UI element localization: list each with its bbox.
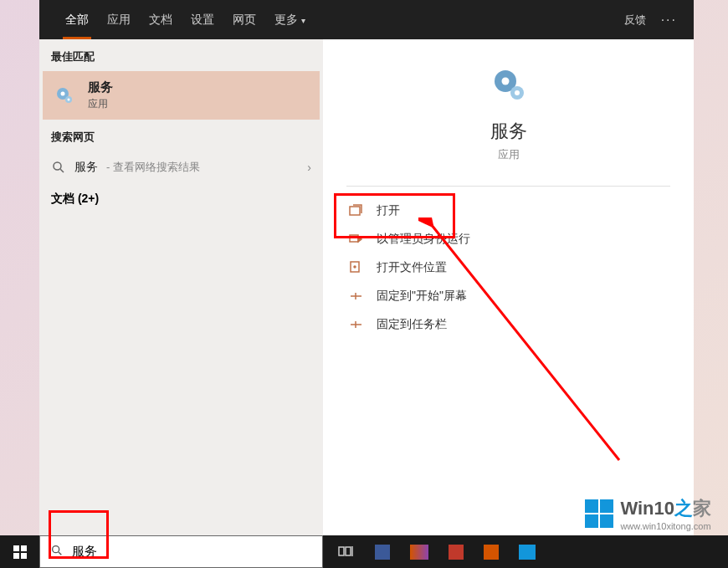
taskbar-icons [323, 535, 536, 568]
svg-line-5 [60, 169, 64, 172]
action-pin-taskbar-label: 固定到任务栏 [377, 317, 447, 332]
svg-rect-15 [21, 545, 27, 551]
tab-apps[interactable]: 应用 [98, 1, 140, 39]
details-pane: 服务 应用 打开 以管理员身份运行 打开文件位置 [323, 39, 694, 535]
results-list-pane: 最佳匹配 服务 应用 搜索网页 服务 - 查看网络搜索结果 › 文档 (2+) [39, 39, 323, 535]
svg-rect-17 [21, 553, 27, 559]
search-content: 最佳匹配 服务 应用 搜索网页 服务 - 查看网络搜索结果 › 文档 (2+) [39, 39, 694, 535]
taskbar-app-4[interactable] [484, 545, 499, 560]
watermark-url: www.win10xitong.com [620, 521, 711, 531]
details-title: 服务 [490, 119, 527, 144]
taskbar-search-input[interactable] [72, 545, 312, 559]
feedback-link[interactable]: 反馈 [624, 13, 646, 28]
taskbar-search-box[interactable] [39, 535, 323, 568]
pin-taskbar-icon [348, 317, 363, 332]
svg-line-19 [59, 552, 61, 555]
taskbar-app-3[interactable] [449, 545, 464, 560]
tab-settings[interactable]: 设置 [182, 1, 223, 39]
taskbar [0, 535, 728, 568]
chevron-down-icon: ▾ [301, 16, 305, 25]
more-options-icon[interactable]: ··· [661, 13, 677, 28]
action-open[interactable]: 打开 [341, 197, 675, 225]
tab-all[interactable]: 全部 [56, 1, 98, 39]
search-icon [51, 160, 66, 175]
action-pin-taskbar[interactable]: 固定到任务栏 [341, 310, 675, 339]
task-view-icon[interactable] [338, 544, 355, 560]
chevron-right-icon: › [307, 161, 311, 174]
services-gear-icon [53, 84, 76, 107]
best-match-title: 服务 [88, 79, 113, 95]
svg-rect-11 [350, 235, 358, 242]
tab-more[interactable]: 更多▾ [265, 1, 315, 39]
tab-documents[interactable]: 文档 [140, 1, 182, 39]
action-open-location[interactable]: 打开文件位置 [341, 253, 675, 282]
best-match-item[interactable]: 服务 应用 [43, 71, 320, 120]
watermark-brand: Win10之家 [620, 496, 711, 521]
best-match-header: 最佳匹配 [39, 39, 323, 71]
svg-point-9 [515, 90, 520, 95]
search-icon [50, 544, 64, 560]
svg-rect-20 [339, 547, 344, 555]
action-pin-start-label: 固定到"开始"屏幕 [377, 289, 467, 304]
search-web-header: 搜索网页 [39, 120, 323, 151]
folder-icon [348, 260, 363, 275]
best-match-subtitle: 应用 [88, 97, 113, 111]
watermark: Win10之家 www.win10xitong.com [585, 496, 711, 531]
svg-point-4 [54, 162, 61, 170]
search-results-window: 全部 应用 文档 设置 网页 更多▾ 反馈 ··· 最佳匹配 服务 应用 搜索网… [39, 0, 694, 535]
action-pin-start[interactable]: 固定到"开始"屏幕 [341, 282, 675, 310]
svg-rect-16 [13, 553, 19, 559]
details-subtitle: 应用 [498, 147, 520, 162]
shield-icon [348, 232, 363, 247]
web-search-item[interactable]: 服务 - 查看网络搜索结果 › [39, 151, 323, 183]
start-button[interactable] [0, 535, 39, 568]
svg-rect-21 [346, 547, 351, 555]
action-run-as-admin-label: 以管理员身份运行 [377, 232, 470, 247]
pin-icon [348, 289, 363, 304]
documents-group[interactable]: 文档 (2+) [39, 183, 323, 215]
actions-list: 打开 以管理员身份运行 打开文件位置 固定到"开始"屏幕 固定到任务栏 [323, 187, 694, 349]
svg-point-13 [354, 266, 356, 268]
taskbar-app-5[interactable] [519, 545, 536, 560]
windows-logo-icon [585, 499, 613, 528]
taskbar-app-2[interactable] [410, 545, 428, 560]
web-search-term: 服务 [74, 160, 98, 175]
tab-web[interactable]: 网页 [223, 1, 265, 39]
services-gear-icon-large [489, 64, 529, 107]
web-search-hint: - 查看网络搜索结果 [106, 160, 200, 175]
svg-point-18 [53, 546, 59, 553]
search-filter-tabs: 全部 应用 文档 设置 网页 更多▾ 反馈 ··· [39, 0, 694, 39]
action-open-label: 打开 [377, 203, 400, 218]
action-open-location-label: 打开文件位置 [377, 260, 447, 275]
svg-point-7 [501, 78, 509, 85]
svg-rect-14 [13, 545, 19, 551]
action-run-as-admin[interactable]: 以管理员身份运行 [341, 225, 675, 253]
open-icon [348, 203, 363, 218]
svg-rect-10 [350, 207, 360, 215]
taskbar-app-1[interactable] [375, 545, 390, 560]
svg-point-3 [68, 99, 70, 101]
svg-point-1 [61, 92, 65, 96]
